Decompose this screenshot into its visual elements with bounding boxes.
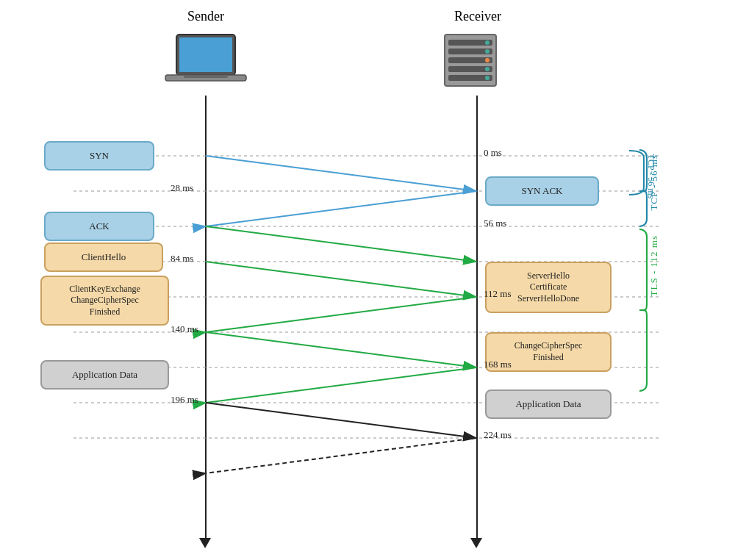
ts-168ms: 168 ms [484, 359, 512, 370]
tls-bracket-svg [629, 226, 650, 394]
svg-line-30 [206, 156, 476, 191]
receiver-timeline [476, 96, 478, 538]
msg-ack: ACK [44, 212, 154, 241]
ts-224ms: 224 ms [484, 429, 512, 441]
svg-rect-3 [184, 75, 228, 78]
svg-point-14 [485, 76, 490, 80]
receiver-label: Receiver [434, 9, 522, 24]
svg-rect-1 [179, 37, 232, 72]
ts-140ms: 140 ms [171, 323, 198, 335]
msg-appdata-receiver: Application Data [485, 390, 612, 419]
diagram: Sender Receiver [0, 0, 735, 560]
svg-line-32 [206, 226, 476, 262]
svg-line-36 [206, 367, 476, 403]
svg-point-11 [485, 49, 490, 54]
ts-56ms: 56 ms [484, 218, 506, 229]
ts-196ms: 196 ms [171, 394, 198, 406]
svg-line-35 [206, 332, 476, 367]
ts-84ms: 84 ms [171, 253, 193, 265]
svg-point-13 [485, 67, 490, 71]
svg-line-31 [206, 191, 476, 226]
svg-point-10 [485, 40, 490, 45]
svg-line-37 [206, 403, 476, 438]
ts-112ms: 112 ms [484, 288, 511, 300]
tcp-label: TCP - 56 ms [648, 154, 660, 211]
msg-synack: SYN ACK [485, 176, 599, 206]
ts-28ms: 28 ms [171, 182, 193, 194]
tls-label: TLS - 112 ms [648, 235, 660, 296]
msg-clienthello: ClientHello [44, 243, 163, 272]
msg-clientkey: ClientKeyExchangeChangeCipherSpecFinishe… [40, 276, 169, 326]
tcp-bracket-svg [629, 147, 650, 229]
svg-point-12 [485, 58, 490, 62]
receiver-icon [434, 31, 507, 90]
msg-syn: SYN [44, 141, 154, 170]
sender-timeline [205, 96, 207, 538]
receiver-arrow [470, 538, 482, 548]
msg-appdata-sender: Application Data [40, 360, 169, 390]
ts-0ms: 0 ms [484, 147, 502, 159]
sender-icon [162, 31, 250, 90]
svg-line-33 [206, 262, 476, 297]
svg-line-34 [206, 297, 476, 332]
svg-line-38 [206, 438, 476, 473]
sender-label: Sender [162, 9, 250, 24]
sender-arrow [199, 538, 211, 548]
msg-serverhello: ServerHelloCertificateServerHelloDone [485, 262, 612, 313]
